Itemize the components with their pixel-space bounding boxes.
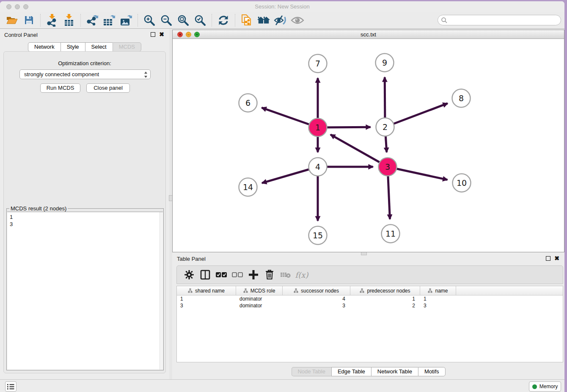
search-input[interactable] xyxy=(438,15,561,25)
table-cell[interactable]: dominator xyxy=(236,295,283,302)
graph-node-10[interactable]: 10 xyxy=(453,174,471,192)
control-panel-float-button[interactable] xyxy=(151,32,155,37)
tab-network-table[interactable]: Network Table xyxy=(371,367,418,376)
table-cell[interactable]: dominator xyxy=(236,302,283,309)
clone-network-icon xyxy=(241,14,253,27)
zoom-selected-button[interactable] xyxy=(193,14,207,27)
table-cell[interactable]: 1 xyxy=(420,295,456,302)
column-header-successor-nodes[interactable]: successor nodes xyxy=(283,286,350,295)
mcds-result-area[interactable]: 1 3 xyxy=(7,212,163,370)
clone-network-button[interactable] xyxy=(240,14,253,27)
graph-node-4[interactable]: 4 xyxy=(309,158,327,176)
houses-icon xyxy=(257,15,270,25)
network-window-titlebar: ✕ − + scc.txt xyxy=(173,30,564,39)
select-all-icon xyxy=(216,272,227,278)
export-table-button[interactable] xyxy=(102,14,116,27)
function-builder-button[interactable]: f(x) xyxy=(295,268,308,281)
close-panel-button[interactable]: Close panel xyxy=(86,83,130,93)
tab-mcds[interactable]: MCDS xyxy=(113,42,141,52)
table-toolbar: f(x) xyxy=(176,265,563,284)
show-graphics-details-button[interactable] xyxy=(291,14,304,27)
tab-node-table[interactable]: Node Table xyxy=(291,367,331,376)
graph-node-15[interactable]: 15 xyxy=(309,226,327,245)
graph-node-8[interactable]: 8 xyxy=(452,89,471,108)
save-floppy-icon xyxy=(24,15,34,25)
tab-style[interactable]: Style xyxy=(61,42,85,52)
graph-node-label: 2 xyxy=(383,122,388,132)
select-all-button[interactable] xyxy=(215,268,228,281)
show-columns-button[interactable] xyxy=(199,268,212,281)
hide-graphics-details-button[interactable] xyxy=(274,14,287,27)
main-toolbar xyxy=(0,12,564,29)
zoom-out-button[interactable] xyxy=(160,14,173,27)
column-sort-icon xyxy=(243,288,248,293)
export-image-button[interactable] xyxy=(119,14,133,27)
column-label: shared name xyxy=(195,288,225,294)
export-network-button[interactable] xyxy=(85,14,99,27)
home-layout-button[interactable] xyxy=(257,14,270,27)
deselect-all-button[interactable] xyxy=(231,268,244,281)
table-row[interactable]: 3dominator323 xyxy=(177,302,563,309)
tab-edge-table[interactable]: Edge Table xyxy=(331,367,371,376)
table-panel-float-button[interactable] xyxy=(546,256,550,261)
table-cell[interactable]: 1 xyxy=(177,295,236,302)
table-cell[interactable]: 3 xyxy=(177,302,236,309)
graph-node-label: 6 xyxy=(245,98,250,108)
import-table-button[interactable] xyxy=(62,14,76,27)
zoom-in-button[interactable] xyxy=(143,14,156,27)
graph-node-2[interactable]: 2 xyxy=(376,118,394,136)
table-cell[interactable]: 2 xyxy=(350,302,420,309)
graph-node-label: 4 xyxy=(315,162,320,171)
graph-edge-3-1[interactable] xyxy=(330,135,388,167)
graph-node-7[interactable]: 7 xyxy=(309,55,327,73)
graph-node-9[interactable]: 9 xyxy=(376,54,394,72)
open-session-button[interactable] xyxy=(5,14,19,27)
save-session-button[interactable] xyxy=(22,14,36,27)
control-panel-close-button[interactable]: ✖ xyxy=(159,32,164,37)
column-header-MCDS-role[interactable]: MCDS role xyxy=(236,286,283,295)
table-settings-button[interactable] xyxy=(183,268,195,281)
graph-node-14[interactable]: 14 xyxy=(239,178,257,196)
toolbar-separator xyxy=(138,14,138,27)
column-header-name[interactable]: name xyxy=(420,286,456,295)
horizontal-splitter-grip[interactable] xyxy=(361,252,367,255)
zoom-fit-button[interactable] xyxy=(176,14,190,27)
import-network-icon xyxy=(46,14,58,27)
table-panel-title: Table Panel xyxy=(177,256,206,262)
graph-node-6[interactable]: 6 xyxy=(239,94,257,112)
graph-node-1[interactable]: 1 xyxy=(309,119,327,137)
import-network-button[interactable] xyxy=(45,14,59,27)
tab-motifs[interactable]: Motifs xyxy=(418,367,446,376)
result-scrollbar[interactable] xyxy=(160,212,163,370)
column-header-shared-name[interactable]: shared name xyxy=(177,286,236,295)
column-sort-icon xyxy=(188,288,193,293)
run-mcds-button[interactable]: Run MCDS xyxy=(40,83,80,93)
refresh-button[interactable] xyxy=(217,14,230,27)
graph-node-label: 7 xyxy=(315,59,320,68)
task-history-button[interactable] xyxy=(5,381,17,392)
vertical-splitter[interactable] xyxy=(169,29,172,379)
mcds-result-text: 1 3 xyxy=(7,212,163,228)
table-panel-close-button[interactable]: ✖ xyxy=(554,256,559,261)
table-cell[interactable]: 1 xyxy=(350,295,420,302)
graph-node-11[interactable]: 11 xyxy=(382,225,400,243)
table-panel: Table Panel ✖ xyxy=(172,255,564,379)
table-body: 1dominator4113dominator323 xyxy=(177,295,563,309)
export-image-icon xyxy=(120,14,132,27)
table-row[interactable]: 1dominator411 xyxy=(177,295,563,302)
destroy-table-button[interactable] xyxy=(279,268,292,281)
delete-row-button[interactable] xyxy=(263,268,276,281)
graph-node-3[interactable]: 3 xyxy=(379,158,397,176)
memory-button[interactable]: Memory xyxy=(529,381,561,392)
tab-select[interactable]: Select xyxy=(85,42,113,52)
graph-edge-2-8[interactable] xyxy=(385,103,448,127)
graph-node-label: 9 xyxy=(382,58,387,67)
criterion-select[interactable]: strongly connected component xyxy=(19,69,151,79)
network-graph[interactable]: 7968124314101511 xyxy=(173,39,564,252)
table-cell[interactable]: 4 xyxy=(283,295,350,302)
tab-network[interactable]: Network xyxy=(28,42,61,52)
add-row-button[interactable] xyxy=(247,268,260,281)
table-cell[interactable]: 3 xyxy=(420,302,456,309)
table-cell[interactable]: 3 xyxy=(283,302,350,309)
column-header-predecessor-nodes[interactable]: predecessor nodes xyxy=(350,286,420,295)
